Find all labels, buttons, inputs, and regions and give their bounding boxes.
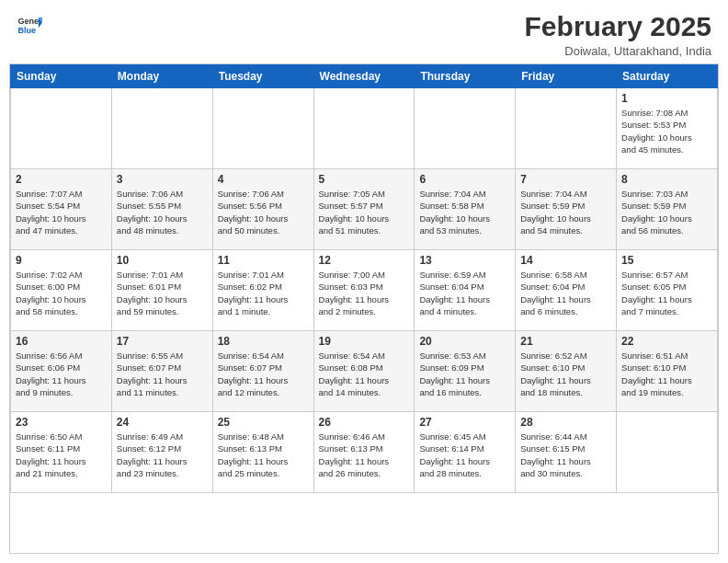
day-number: 14 <box>520 254 611 267</box>
day-cell: 21Sunrise: 6:52 AM Sunset: 6:10 PM Dayli… <box>516 331 617 412</box>
day-cell <box>617 412 718 493</box>
day-cell: 27Sunrise: 6:45 AM Sunset: 6:14 PM Dayli… <box>415 412 516 493</box>
day-number: 16 <box>16 335 107 348</box>
day-detail: Sunrise: 6:50 AM Sunset: 6:11 PM Dayligh… <box>16 431 107 479</box>
weekday-header-tuesday: Tuesday <box>212 65 313 88</box>
location-subtitle: Doiwala, Uttarakhand, India <box>525 44 711 58</box>
day-number: 3 <box>117 173 208 186</box>
day-cell: 14Sunrise: 6:58 AM Sunset: 6:04 PM Dayli… <box>516 250 617 331</box>
day-detail: Sunrise: 7:04 AM Sunset: 5:58 PM Dayligh… <box>419 188 510 236</box>
day-detail: Sunrise: 6:52 AM Sunset: 6:10 PM Dayligh… <box>520 350 611 398</box>
day-number: 10 <box>117 254 208 267</box>
day-detail: Sunrise: 6:56 AM Sunset: 6:06 PM Dayligh… <box>16 350 107 398</box>
month-title: February 2025 <box>525 11 711 42</box>
day-detail: Sunrise: 6:57 AM Sunset: 6:05 PM Dayligh… <box>621 269 712 317</box>
day-detail: Sunrise: 7:02 AM Sunset: 6:00 PM Dayligh… <box>16 269 107 317</box>
day-number: 19 <box>319 335 410 348</box>
day-cell: 7Sunrise: 7:04 AM Sunset: 5:59 PM Daylig… <box>516 169 617 250</box>
day-cell: 16Sunrise: 6:56 AM Sunset: 6:06 PM Dayli… <box>11 331 112 412</box>
day-detail: Sunrise: 6:48 AM Sunset: 6:13 PM Dayligh… <box>218 431 309 479</box>
day-number: 7 <box>520 173 611 186</box>
day-cell: 3Sunrise: 7:06 AM Sunset: 5:55 PM Daylig… <box>111 169 212 250</box>
day-number: 12 <box>319 254 410 267</box>
svg-text:Blue: Blue <box>17 26 36 35</box>
day-cell: 9Sunrise: 7:02 AM Sunset: 6:00 PM Daylig… <box>11 250 112 331</box>
generalblue-logo-icon: General Blue <box>17 11 42 37</box>
day-cell: 22Sunrise: 6:51 AM Sunset: 6:10 PM Dayli… <box>617 331 718 412</box>
day-number: 18 <box>218 335 309 348</box>
day-cell: 28Sunrise: 6:44 AM Sunset: 6:15 PM Dayli… <box>516 412 617 493</box>
day-cell: 25Sunrise: 6:48 AM Sunset: 6:13 PM Dayli… <box>212 412 313 493</box>
day-cell <box>111 88 212 169</box>
day-cell: 6Sunrise: 7:04 AM Sunset: 5:58 PM Daylig… <box>415 169 516 250</box>
day-cell: 12Sunrise: 7:00 AM Sunset: 6:03 PM Dayli… <box>313 250 415 331</box>
week-row-5: 23Sunrise: 6:50 AM Sunset: 6:11 PM Dayli… <box>11 412 718 493</box>
day-detail: Sunrise: 6:44 AM Sunset: 6:15 PM Dayligh… <box>520 431 611 479</box>
week-row-1: 1Sunrise: 7:08 AM Sunset: 5:53 PM Daylig… <box>11 88 718 169</box>
day-cell: 23Sunrise: 6:50 AM Sunset: 6:11 PM Dayli… <box>11 412 112 493</box>
day-cell: 15Sunrise: 6:57 AM Sunset: 6:05 PM Dayli… <box>617 250 718 331</box>
day-cell: 20Sunrise: 6:53 AM Sunset: 6:09 PM Dayli… <box>415 331 516 412</box>
day-cell: 2Sunrise: 7:07 AM Sunset: 5:54 PM Daylig… <box>11 169 112 250</box>
weekday-header-sunday: Sunday <box>11 65 112 88</box>
day-detail: Sunrise: 6:51 AM Sunset: 6:10 PM Dayligh… <box>621 350 712 398</box>
day-detail: Sunrise: 7:07 AM Sunset: 5:54 PM Dayligh… <box>16 188 107 236</box>
day-detail: Sunrise: 7:01 AM Sunset: 6:01 PM Dayligh… <box>117 269 208 317</box>
day-detail: Sunrise: 7:06 AM Sunset: 5:55 PM Dayligh… <box>117 188 208 236</box>
day-detail: Sunrise: 6:54 AM Sunset: 6:08 PM Dayligh… <box>319 350 410 398</box>
day-detail: Sunrise: 6:54 AM Sunset: 6:07 PM Dayligh… <box>218 350 309 398</box>
day-detail: Sunrise: 6:59 AM Sunset: 6:04 PM Dayligh… <box>419 269 510 317</box>
day-number: 28 <box>520 416 611 429</box>
day-detail: Sunrise: 6:55 AM Sunset: 6:07 PM Dayligh… <box>117 350 208 398</box>
week-row-4: 16Sunrise: 6:56 AM Sunset: 6:06 PM Dayli… <box>11 331 718 412</box>
day-number: 15 <box>621 254 712 267</box>
day-detail: Sunrise: 6:49 AM Sunset: 6:12 PM Dayligh… <box>117 431 208 479</box>
day-cell: 4Sunrise: 7:06 AM Sunset: 5:56 PM Daylig… <box>212 169 313 250</box>
day-cell <box>212 88 313 169</box>
day-number: 17 <box>117 335 208 348</box>
day-number: 23 <box>16 416 107 429</box>
day-cell <box>516 88 617 169</box>
day-cell: 26Sunrise: 6:46 AM Sunset: 6:13 PM Dayli… <box>313 412 415 493</box>
day-cell: 5Sunrise: 7:05 AM Sunset: 5:57 PM Daylig… <box>313 169 415 250</box>
day-cell: 19Sunrise: 6:54 AM Sunset: 6:08 PM Dayli… <box>313 331 415 412</box>
day-detail: Sunrise: 7:01 AM Sunset: 6:02 PM Dayligh… <box>218 269 309 317</box>
day-cell: 1Sunrise: 7:08 AM Sunset: 5:53 PM Daylig… <box>617 88 718 169</box>
title-block: February 2025 Doiwala, Uttarakhand, Indi… <box>525 11 711 58</box>
day-cell <box>415 88 516 169</box>
weekday-header-friday: Friday <box>516 65 617 88</box>
header: General Blue February 2025 Doiwala, Utta… <box>0 0 728 63</box>
day-number: 21 <box>520 335 611 348</box>
day-detail: Sunrise: 6:53 AM Sunset: 6:09 PM Dayligh… <box>419 350 510 398</box>
day-number: 1 <box>621 92 712 105</box>
day-cell: 8Sunrise: 7:03 AM Sunset: 5:59 PM Daylig… <box>617 169 718 250</box>
day-number: 6 <box>419 173 510 186</box>
calendar: SundayMondayTuesdayWednesdayThursdayFrid… <box>9 63 719 554</box>
day-detail: Sunrise: 7:05 AM Sunset: 5:57 PM Dayligh… <box>319 188 410 236</box>
day-detail: Sunrise: 7:00 AM Sunset: 6:03 PM Dayligh… <box>319 269 410 317</box>
day-number: 24 <box>117 416 208 429</box>
day-detail: Sunrise: 7:06 AM Sunset: 5:56 PM Dayligh… <box>218 188 309 236</box>
day-cell: 24Sunrise: 6:49 AM Sunset: 6:12 PM Dayli… <box>111 412 212 493</box>
weekday-header-saturday: Saturday <box>617 65 718 88</box>
day-number: 13 <box>419 254 510 267</box>
day-number: 26 <box>319 416 410 429</box>
day-number: 27 <box>419 416 510 429</box>
day-number: 2 <box>16 173 107 186</box>
day-cell: 18Sunrise: 6:54 AM Sunset: 6:07 PM Dayli… <box>212 331 313 412</box>
day-detail: Sunrise: 7:03 AM Sunset: 5:59 PM Dayligh… <box>621 188 712 236</box>
day-number: 22 <box>621 335 712 348</box>
weekday-header-row: SundayMondayTuesdayWednesdayThursdayFrid… <box>11 65 718 88</box>
week-row-2: 2Sunrise: 7:07 AM Sunset: 5:54 PM Daylig… <box>11 169 718 250</box>
weekday-header-monday: Monday <box>111 65 212 88</box>
day-cell: 11Sunrise: 7:01 AM Sunset: 6:02 PM Dayli… <box>212 250 313 331</box>
day-cell <box>11 88 112 169</box>
day-number: 8 <box>621 173 712 186</box>
day-cell <box>313 88 415 169</box>
day-cell: 10Sunrise: 7:01 AM Sunset: 6:01 PM Dayli… <box>111 250 212 331</box>
weekday-header-wednesday: Wednesday <box>313 65 415 88</box>
weekday-header-thursday: Thursday <box>415 65 516 88</box>
day-number: 25 <box>218 416 309 429</box>
week-row-3: 9Sunrise: 7:02 AM Sunset: 6:00 PM Daylig… <box>11 250 718 331</box>
day-number: 9 <box>16 254 107 267</box>
